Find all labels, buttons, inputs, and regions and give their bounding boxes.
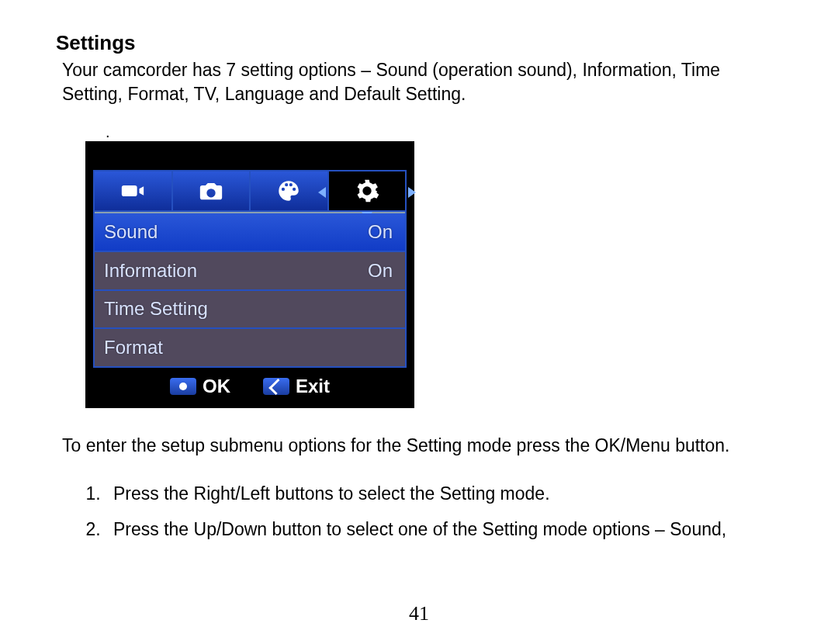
video-icon (119, 178, 146, 204)
manual-page: Settings Your camcorder has 7 setting op… (0, 0, 838, 644)
step-item: Press the Up/Down button to select one o… (106, 513, 776, 547)
menu-item-format[interactable]: Format (95, 327, 405, 366)
footer-exit-label: Exit (296, 376, 330, 397)
tab-video[interactable] (95, 171, 173, 210)
nav-left-icon (318, 187, 326, 198)
tab-photo[interactable] (173, 171, 251, 210)
menu-item-time-setting[interactable]: Time Setting (95, 289, 405, 328)
tab-settings[interactable] (329, 171, 406, 210)
exit-button-icon (263, 378, 289, 395)
menu-item-label: Time Setting (104, 298, 208, 320)
menu-item-value: On (368, 260, 393, 282)
footer-exit[interactable]: Exit (263, 376, 330, 397)
menu-item-label: Sound (104, 221, 158, 243)
footer-ok[interactable]: OK (170, 376, 230, 397)
menu-item-information[interactable]: Information On (95, 251, 405, 289)
camera-icon (198, 178, 224, 204)
footer-ok-label: OK (203, 376, 230, 397)
tab-playback[interactable] (251, 171, 329, 210)
camcorder-footer: OK Exit (93, 371, 407, 402)
camcorder-screen: Sound On Information On Time Setting For… (85, 141, 414, 408)
palette-icon (275, 178, 302, 204)
steps-list: Press the Right/Left buttons to select t… (62, 477, 776, 546)
settings-menu-list: Sound On Information On Time Setting For… (93, 213, 407, 368)
menu-item-sound[interactable]: Sound On (95, 213, 405, 251)
leading-period: . (106, 123, 110, 140)
step-item: Press the Right/Left buttons to select t… (106, 477, 776, 511)
nav-right-icon (408, 187, 416, 198)
menu-item-label: Information (104, 260, 197, 282)
section-heading: Settings (56, 31, 776, 55)
menu-item-label: Format (104, 337, 163, 358)
menu-item-value: On (368, 221, 393, 243)
intro-paragraph: Your camcorder has 7 setting options – S… (62, 58, 776, 106)
gear-icon (354, 178, 380, 204)
ok-button-icon (170, 378, 196, 395)
mode-tab-bar (93, 170, 407, 212)
camcorder-screenshot: . (85, 123, 776, 408)
page-number: 41 (0, 602, 838, 625)
instruction-paragraph: To enter the setup submenu options for t… (62, 428, 776, 463)
